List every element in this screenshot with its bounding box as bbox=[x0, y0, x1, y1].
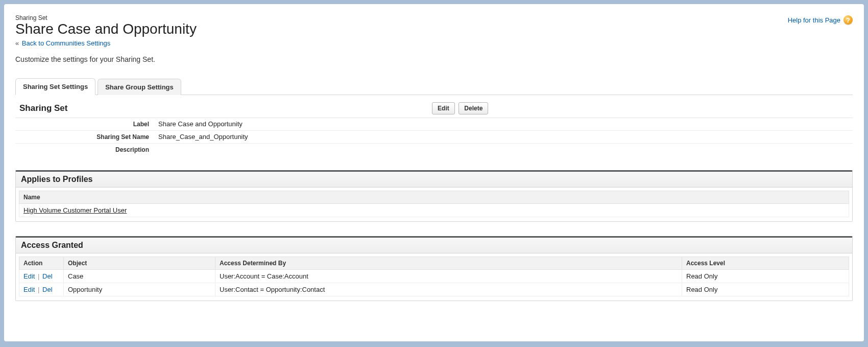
profiles-panel-body: Name High Volume Customer Portal User bbox=[16, 188, 852, 221]
back-link-row: « Back to Communities Settings bbox=[15, 39, 197, 47]
access-level: Read Only bbox=[682, 283, 849, 296]
access-panel: Access Granted Action Object Access Dete… bbox=[15, 236, 853, 301]
app-frame: Sharing Set Share Case and Opportunity «… bbox=[0, 0, 868, 347]
access-determined-by: User:Account = Case:Account bbox=[215, 269, 682, 283]
access-action-cell: Edit | Del bbox=[19, 269, 64, 283]
detail-label-label: Label bbox=[15, 119, 158, 130]
action-separator: | bbox=[38, 286, 39, 293]
action-separator: | bbox=[38, 272, 39, 280]
edit-button[interactable]: Edit bbox=[432, 102, 455, 114]
access-col-determined-by: Access Determined By bbox=[215, 257, 682, 269]
detail-row-label: Label Share Case and Opportunity bbox=[15, 118, 853, 131]
access-determined-by: User:Contact = Opportunity:Contact bbox=[215, 283, 682, 296]
main-panel: Sharing Set Share Case and Opportunity «… bbox=[4, 4, 864, 341]
detail-row-name: Sharing Set Name Share_Case_and_Opportun… bbox=[15, 131, 853, 144]
access-edit-link[interactable]: Edit bbox=[23, 272, 35, 280]
profiles-col-name: Name bbox=[19, 191, 849, 203]
detail-value-name: Share_Case_and_Opportunity bbox=[158, 131, 853, 143]
detail-value-description bbox=[158, 148, 853, 152]
page-title: Share Case and Opportunity bbox=[15, 21, 197, 37]
access-object: Case bbox=[64, 269, 215, 283]
access-del-link[interactable]: Del bbox=[42, 272, 53, 280]
intro-text: Customize the settings for your Sharing … bbox=[15, 55, 853, 63]
access-table: Action Object Access Determined By Acces… bbox=[19, 257, 849, 296]
page-header: Sharing Set Share Case and Opportunity «… bbox=[15, 14, 853, 47]
table-row: Edit | Del Opportunity User:Contact = Op… bbox=[19, 283, 849, 296]
detail-button-bar: Edit Delete bbox=[67, 102, 853, 114]
profiles-table: Name High Volume Customer Portal User bbox=[19, 191, 849, 217]
back-link[interactable]: Back to Communities Settings bbox=[22, 39, 110, 47]
access-edit-link[interactable]: Edit bbox=[23, 286, 35, 293]
tab-row: Sharing Set Settings Share Group Setting… bbox=[15, 78, 853, 95]
detail-row-description: Description bbox=[15, 144, 853, 156]
access-panel-title: Access Granted bbox=[16, 238, 852, 253]
profile-link[interactable]: High Volume Customer Portal User bbox=[23, 206, 127, 214]
detail-label-name: Sharing Set Name bbox=[15, 131, 158, 143]
page-eyebrow: Sharing Set bbox=[15, 14, 197, 21]
table-row: Edit | Del Case User:Account = Case:Acco… bbox=[19, 269, 849, 283]
access-col-action: Action bbox=[19, 257, 64, 269]
back-chevron-icon: « bbox=[15, 39, 19, 47]
profiles-panel: Applies to Profiles Name High Volume Cus… bbox=[15, 170, 853, 222]
access-col-object: Object bbox=[64, 257, 215, 269]
access-panel-body: Action Object Access Determined By Acces… bbox=[16, 253, 852, 300]
detail-value-label: Share Case and Opportunity bbox=[158, 118, 853, 130]
access-col-level: Access Level bbox=[682, 257, 849, 269]
access-object: Opportunity bbox=[64, 283, 215, 296]
help-link[interactable]: Help for this Page ? bbox=[788, 15, 853, 25]
access-action-cell: Edit | Del bbox=[19, 283, 64, 296]
page-header-left: Sharing Set Share Case and Opportunity «… bbox=[15, 14, 197, 47]
tab-share-group-settings[interactable]: Share Group Settings bbox=[98, 79, 181, 95]
detail-list: Label Share Case and Opportunity Sharing… bbox=[15, 118, 853, 156]
access-del-link[interactable]: Del bbox=[42, 286, 53, 293]
detail-header-row: Sharing Set Edit Delete bbox=[15, 102, 853, 114]
detail-label-description: Description bbox=[15, 144, 158, 155]
profiles-panel-title: Applies to Profiles bbox=[16, 172, 852, 188]
delete-button[interactable]: Delete bbox=[459, 102, 488, 114]
detail-section-title: Sharing Set bbox=[15, 103, 67, 113]
tab-sharing-set-settings[interactable]: Sharing Set Settings bbox=[15, 78, 95, 95]
help-icon: ? bbox=[843, 15, 853, 25]
access-level: Read Only bbox=[682, 269, 849, 283]
table-row: High Volume Customer Portal User bbox=[19, 203, 849, 217]
help-link-label: Help for this Page bbox=[788, 16, 840, 24]
